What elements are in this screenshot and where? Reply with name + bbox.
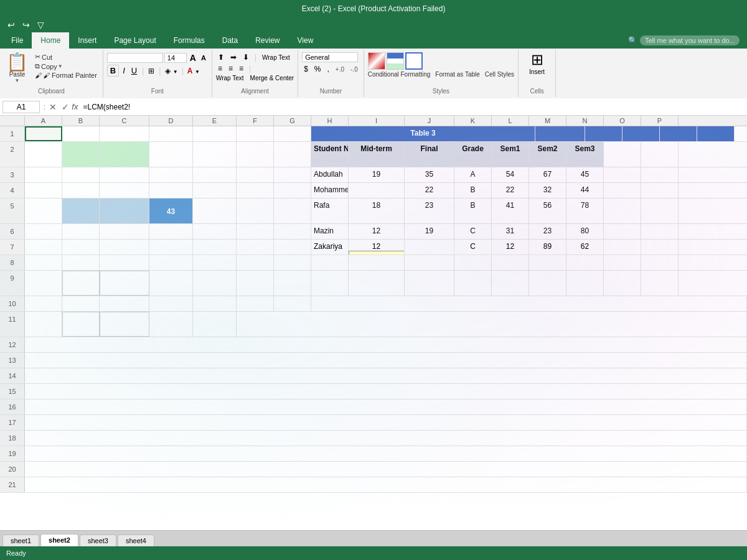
cell-f8[interactable] xyxy=(237,255,274,270)
cell-e5[interactable] xyxy=(193,198,237,223)
sheet-tab-sheet4[interactable]: sheet4 xyxy=(118,534,154,546)
bold-button[interactable]: B xyxy=(107,65,119,77)
cell-j5[interactable]: 23 xyxy=(405,198,454,223)
cell-g1[interactable] xyxy=(274,126,311,141)
cell-m2[interactable]: Sem2 xyxy=(529,142,566,167)
cell-h5[interactable]: Rafa xyxy=(311,198,349,223)
cell-g5[interactable] xyxy=(274,198,311,223)
cell-m1[interactable] xyxy=(660,126,697,141)
cell-m8[interactable] xyxy=(529,255,566,270)
cell-c5[interactable] xyxy=(100,198,149,223)
cell-j9[interactable] xyxy=(405,271,454,296)
redo-button[interactable]: ↪ xyxy=(20,19,32,31)
cell-d3[interactable] xyxy=(149,167,193,182)
cell-i5[interactable]: 18 xyxy=(349,198,405,223)
cell-o2[interactable] xyxy=(604,142,641,167)
cell-l7[interactable]: 12 xyxy=(492,240,529,254)
cell-l2[interactable]: Sem1 xyxy=(492,142,529,167)
cell-h6[interactable]: Mazin xyxy=(311,224,349,239)
cell-rest-17[interactable] xyxy=(25,415,747,430)
cell-b8[interactable] xyxy=(62,255,100,270)
format-painter-button[interactable]: 🖌 🖌 Format Painter xyxy=(33,71,99,80)
cell-l6[interactable]: 31 xyxy=(492,224,529,239)
cell-n6[interactable]: 80 xyxy=(566,224,604,239)
cell-k2[interactable]: Grade xyxy=(454,142,492,167)
cell-d7[interactable] xyxy=(149,240,193,254)
cell-g6[interactable] xyxy=(274,224,311,239)
cell-g9[interactable] xyxy=(274,271,311,296)
col-header-d[interactable]: D xyxy=(149,116,193,126)
cell-f1[interactable] xyxy=(237,126,274,141)
cell-b7[interactable] xyxy=(62,240,100,254)
col-header-j[interactable]: J xyxy=(405,116,454,126)
cell-k9[interactable] xyxy=(454,271,492,296)
tab-home[interactable]: Home xyxy=(32,32,69,49)
cell-p3[interactable] xyxy=(641,167,679,182)
cell-d1[interactable] xyxy=(149,126,193,141)
cell-l8[interactable] xyxy=(492,255,529,270)
cell-b1[interactable] xyxy=(62,126,100,141)
decrease-font-button[interactable]: A xyxy=(199,54,208,62)
cell-l1[interactable] xyxy=(622,126,660,141)
cell-c1[interactable] xyxy=(100,126,149,141)
cell-i4[interactable] xyxy=(349,183,405,198)
sheet-tab-sheet2[interactable]: sheet2 xyxy=(40,534,78,546)
number-format-input[interactable] xyxy=(302,52,358,62)
cell-rest-12[interactable] xyxy=(25,337,747,352)
cell-rest-18[interactable] xyxy=(25,431,747,446)
cell-c8[interactable] xyxy=(100,255,149,270)
cell-e10[interactable] xyxy=(193,296,237,311)
col-header-g[interactable]: G xyxy=(274,116,311,126)
underline-button[interactable]: U xyxy=(129,65,139,76)
fill-color-button[interactable]: ◈ ▼ xyxy=(163,66,179,76)
cell-k3[interactable]: A xyxy=(454,167,492,182)
cell-i6[interactable]: 12 xyxy=(349,224,405,239)
cell-l3[interactable]: 54 xyxy=(492,167,529,182)
cell-k8[interactable] xyxy=(454,255,492,270)
cell-m7[interactable]: 89 xyxy=(529,240,566,254)
cell-l9[interactable] xyxy=(492,271,529,296)
col-header-p[interactable]: P xyxy=(641,116,679,126)
cell-a7[interactable] xyxy=(25,240,62,254)
tab-review[interactable]: Review xyxy=(247,32,288,49)
copy-button[interactable]: ⧉ Copy ▼ xyxy=(33,62,99,71)
cell-i3[interactable]: 19 xyxy=(349,167,405,182)
cell-c10[interactable] xyxy=(100,296,149,311)
cell-p7[interactable] xyxy=(641,240,679,254)
italic-button[interactable]: I xyxy=(120,65,128,76)
cell-rest-11[interactable] xyxy=(237,312,747,337)
cell-k6[interactable]: C xyxy=(454,224,492,239)
confirm-icon[interactable]: ✓ xyxy=(62,102,69,112)
cell-m9[interactable] xyxy=(529,271,566,296)
cell-b11[interactable] xyxy=(62,312,100,337)
cell-j7[interactable] xyxy=(405,240,454,254)
cell-c4[interactable] xyxy=(100,183,149,198)
cell-rest-15[interactable] xyxy=(25,384,747,399)
cell-reference-box[interactable] xyxy=(2,101,40,113)
tab-page-layout[interactable]: Page Layout xyxy=(105,32,164,49)
cell-m5[interactable]: 56 xyxy=(529,198,566,223)
cell-d11[interactable] xyxy=(149,312,193,337)
cell-f6[interactable] xyxy=(237,224,274,239)
cell-a9[interactable] xyxy=(25,271,62,296)
cell-e11[interactable] xyxy=(193,312,237,337)
cell-g7[interactable] xyxy=(274,240,311,254)
cell-o4[interactable] xyxy=(604,183,641,198)
tab-file[interactable]: File xyxy=(2,32,32,49)
cell-a8[interactable] xyxy=(25,255,62,270)
col-header-m[interactable]: M xyxy=(529,116,566,126)
cell-b10[interactable] xyxy=(62,296,100,311)
cell-j4[interactable]: 22 xyxy=(405,183,454,198)
cell-p5[interactable] xyxy=(641,198,679,223)
cell-o3[interactable] xyxy=(604,167,641,182)
align-middle-button[interactable]: ➡ xyxy=(228,52,238,62)
cell-c9[interactable] xyxy=(100,271,149,296)
col-header-i[interactable]: I xyxy=(349,116,405,126)
cell-rest-10[interactable] xyxy=(311,296,747,311)
cancel-icon[interactable]: ✕ xyxy=(49,102,57,112)
cell-a5[interactable] xyxy=(25,198,62,223)
cell-k4[interactable]: B xyxy=(454,183,492,198)
increase-decimal-button[interactable]: +.0 xyxy=(334,65,346,73)
wrap-text-button[interactable]: Wrap Text xyxy=(260,54,292,62)
cell-rest-19[interactable] xyxy=(25,446,747,461)
